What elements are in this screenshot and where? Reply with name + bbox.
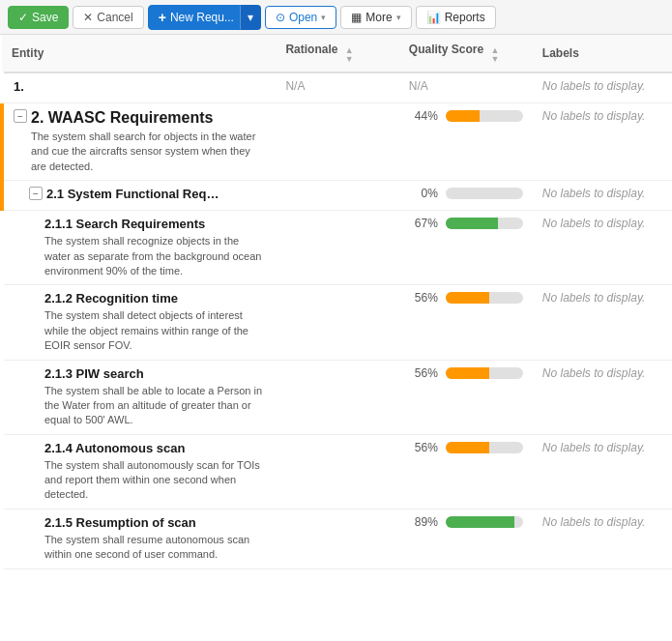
table-row: 2.1.1 Search RequirementsThe system shal… [2,211,672,285]
quality-bar-fill [446,218,498,229]
table-row: 2.1.3 PIW searchThe system shall be able… [2,360,672,434]
quality-pct-text: 44% [409,109,438,123]
quality-cell: 56% [399,434,533,509]
rationale-cell [276,434,398,509]
entity-number-title: 2.1.3 PIW search [44,366,266,381]
reports-button[interactable]: 📊 Reports [416,6,496,29]
quality-bar-background [446,218,523,229]
quality-bar-background [446,516,523,528]
entity-description: The system shall be able to locate a Per… [44,384,266,428]
labels-cell: No labels to display. [533,103,672,181]
more-icon: ▦ [351,11,362,24]
quality-bar-background [446,367,523,379]
no-labels-text: No labels to display. [542,291,646,305]
quality-bar-background [446,110,523,122]
no-labels-text: No labels to display. [542,441,646,454]
quality-pct-text: 56% [409,441,438,454]
labels-cell: No labels to display. [533,211,672,285]
collapse-button[interactable]: − [14,109,27,123]
quality-score-header[interactable]: Quality Score ▲▼ [399,35,533,73]
new-req-button[interactable]: + New Requ... [148,5,245,30]
quality-cell: 56% [399,285,533,360]
table-row: 2.1.5 Resumption of scanThe system shall… [2,509,672,568]
rationale-cell [276,211,398,285]
open-chevron-icon: ▾ [321,13,326,22]
quality-cell: 44% [399,103,533,181]
entity-number-title: 2.1 System Functional Req… [46,187,219,201]
quality-bar-group: 89% [409,515,523,529]
quality-pct-text: 67% [409,217,438,230]
entity-header: Entity [2,35,276,73]
quality-bar-background [446,442,523,453]
labels-cell: No labels to display. [533,285,672,360]
entity-description: The system shall detect objects of inter… [44,308,266,353]
table-row: 2.1.4 Autonomous scanThe system shall au… [2,434,672,509]
entity-description: The system shall autonomously scan for T… [44,458,266,503]
quality-bar-group: 56% [409,366,523,380]
entity-number-title: 2.1.5 Resumption of scan [44,515,266,530]
labels-header: Labels [533,35,672,73]
quality-bar-group: 0% [409,187,523,200]
entity-description: The system shall search for objects in t… [31,130,266,174]
new-req-dropdown-button[interactable]: ▾ [240,5,261,30]
table-header-row: Entity Rationale ▲▼ Quality Score ▲▼ Lab… [2,35,672,73]
quality-pct-text: 56% [409,291,438,305]
quality-pct-text: 89% [409,515,438,529]
rationale-header[interactable]: Rationale ▲▼ [276,35,398,73]
labels-cell: No labels to display. [533,73,672,103]
labels-cell: No labels to display. [533,509,672,568]
no-labels-text: No labels to display. [542,366,646,380]
quality-sort-icon: ▲▼ [491,46,500,64]
open-label: Open [289,11,317,24]
save-button[interactable]: ✓ Save [8,6,69,29]
main-table-container: Entity Rationale ▲▼ Quality Score ▲▼ Lab… [0,35,672,569]
reports-icon: 📊 [426,11,441,24]
no-labels-text: No labels to display. [542,109,646,123]
entity-number: 1. [14,79,24,94]
quality-cell: 56% [399,360,533,434]
cancel-label: Cancel [97,11,132,24]
rationale-cell [276,509,398,568]
quality-pct-text: 0% [409,187,438,200]
reports-label: Reports [445,11,485,24]
rationale-sort-icon: ▲▼ [345,46,354,64]
save-icon: ✓ [18,11,28,24]
quality-cell: 0% [399,181,533,211]
rationale-cell [276,285,398,360]
rationale-cell [276,181,398,211]
save-label: Save [32,11,58,24]
entity-description: The system shall recognize objects in th… [44,234,266,278]
entity-number-title: 2. WAASC Requirements [31,109,266,127]
open-icon: ⊙ [276,11,285,24]
collapse-button[interactable]: − [29,187,43,200]
more-chevron-icon: ▾ [396,13,401,22]
more-button[interactable]: ▦ More ▾ [340,6,411,29]
quality-bar-group: 56% [409,441,523,454]
entity-number-title: 2.1.4 Autonomous scan [44,441,266,455]
labels-cell: No labels to display. [533,360,672,434]
labels-cell: No labels to display. [533,181,672,211]
new-req-group: + New Requ... ▾ [148,5,261,30]
plus-icon: + [159,10,166,25]
quality-bar-fill [446,367,489,379]
quality-bar-group: 67% [409,217,523,230]
quality-bar-group: 56% [409,291,523,305]
open-button[interactable]: ⊙ Open ▾ [265,6,336,29]
quality-bar-background [446,188,523,199]
quality-bar-fill [446,110,480,122]
quality-bar-fill [446,292,489,304]
quality-cell: N/A [399,73,533,103]
entity-description: The system shall resume autonomous scan … [44,533,266,563]
quality-bar-fill [446,442,489,453]
no-labels-text: No labels to display. [542,79,646,93]
no-labels-text: No labels to display. [542,187,646,200]
quality-bar-fill [446,516,514,528]
entity-number-title: 2.1.1 Search Requirements [44,217,266,231]
new-req-label: New Requ... [170,11,234,24]
labels-cell: No labels to display. [533,434,672,509]
quality-cell: 67% [399,211,533,285]
cancel-button[interactable]: ✕ Cancel [73,6,143,29]
quality-bar-background [446,292,523,304]
table-row: 1.N/AN/ANo labels to display. [2,73,672,103]
rationale-cell [276,360,398,434]
